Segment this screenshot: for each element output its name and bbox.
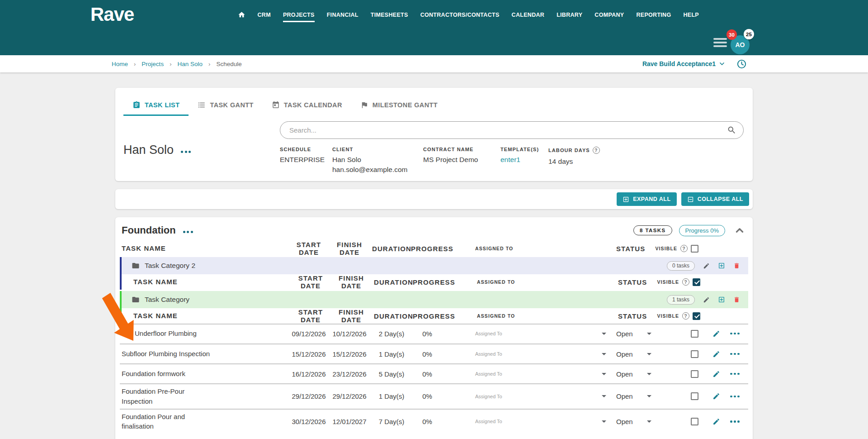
chevron-up-icon[interactable] (734, 224, 745, 236)
main-content: TASK LIST TASK GANTT TASK CALENDAR MILES… (115, 88, 753, 439)
tab-task-list[interactable]: TASK LIST (123, 95, 189, 116)
collapse-all-button[interactable]: COLLAPSE ALL (681, 192, 749, 206)
status-dropdown[interactable]: Open (614, 330, 660, 338)
more-options-icon[interactable] (730, 333, 740, 335)
task-finish-date: 15/12/2026 (327, 350, 372, 358)
breadcrumb-han-solo[interactable]: Han Solo (177, 61, 203, 67)
visible-checkbox[interactable] (691, 418, 698, 425)
status-dropdown[interactable]: Open (614, 418, 660, 425)
category-row[interactable]: Task Category 2 0 tasks (122, 257, 748, 274)
history-clock-icon[interactable] (736, 59, 747, 69)
workspace-selector[interactable]: Rave Build Acceptance1 (642, 60, 726, 67)
nav-item-financial[interactable]: FINANCIAL (327, 12, 359, 22)
chevron-down-icon (602, 373, 606, 375)
edit-icon[interactable] (712, 350, 720, 358)
task-row-subfloor-plumbing-inspection: Subfloor Plumbing Inspection 15/12/2026 … (120, 344, 748, 363)
col-progress: PROGRESS (413, 278, 445, 286)
col-duration: DURATION (374, 312, 413, 320)
project-title-block: Han Solo (123, 121, 280, 174)
visible-checkbox[interactable] (691, 392, 698, 400)
col-duration: DURATION (374, 278, 413, 286)
edit-icon[interactable] (712, 418, 720, 425)
nav-item-calendar[interactable]: CALENDAR (512, 12, 545, 22)
status-dropdown[interactable]: Open (614, 392, 660, 400)
more-options-icon[interactable] (183, 231, 193, 233)
col-finish-date: FINISH DATE (329, 308, 374, 324)
search-icon[interactable] (727, 125, 736, 137)
col-status: STATUS (616, 312, 661, 320)
home-icon[interactable] (238, 11, 245, 20)
category-row[interactable]: Task Category 1 tasks (122, 291, 748, 308)
more-options-icon[interactable] (730, 420, 740, 423)
nested-table-header-row: TASK NAME START DATE FINISH DATE DURATIO… (122, 308, 748, 324)
help-icon[interactable]: ? (593, 147, 600, 154)
project-summary: Han Solo SCHEDULE ENTERPRISE CLIENT (115, 116, 753, 174)
help-icon[interactable]: ? (682, 312, 689, 320)
visible-select-all-checkbox[interactable] (693, 312, 700, 320)
project-info-row: SCHEDULE ENTERPRISE CLIENT Han Solo han.… (280, 147, 744, 174)
edit-icon[interactable] (712, 370, 720, 378)
nav-item-contractors-contacts[interactable]: CONTRACTORS/CONTACTS (420, 12, 500, 22)
message-badge: 25 (744, 29, 754, 39)
nav-item-projects[interactable]: PROJECTS (283, 12, 315, 22)
brand-logo[interactable]: Rave (90, 4, 134, 25)
col-assigned-to: ASSIGNED TO (443, 246, 614, 251)
more-options-icon[interactable] (730, 353, 740, 355)
folder-icon (132, 296, 140, 304)
more-options-icon[interactable] (730, 396, 740, 398)
schedule-value: ENTERPRISE (280, 155, 332, 164)
client-name: Han Solo (332, 156, 361, 163)
templates-link[interactable]: enter1 (500, 155, 548, 164)
status-dropdown[interactable]: Open (614, 370, 660, 378)
assigned-to-placeholder: Assigned To (475, 371, 502, 377)
col-progress: PROGRESS (411, 245, 443, 253)
tab-milestone-gantt[interactable]: MILESTONE GANTT (351, 95, 447, 116)
menu-icon[interactable] (713, 38, 727, 49)
task-row-foundation-pour-and-finalisation: Foundation Pour and finalisation 30/12/2… (120, 409, 748, 434)
task-finish-date: 23/12/2026 (327, 370, 372, 378)
visible-checkbox[interactable] (691, 350, 698, 358)
help-icon[interactable]: ? (682, 278, 689, 286)
nav-item-library[interactable]: LIBRARY (557, 12, 582, 22)
assigned-to-dropdown[interactable]: Assigned To (443, 419, 614, 424)
status-dropdown[interactable]: Open (614, 350, 660, 358)
col-start-date: START DATE (291, 241, 327, 256)
edit-icon[interactable] (712, 330, 720, 338)
edit-icon[interactable] (712, 392, 720, 400)
info-schedule: SCHEDULE ENTERPRISE (280, 147, 332, 174)
visible-checkbox[interactable] (691, 370, 698, 378)
delete-icon[interactable] (733, 262, 740, 269)
nav-item-company[interactable]: COMPANY (594, 12, 624, 22)
breadcrumb-projects[interactable]: Projects (142, 61, 164, 67)
nav-item-crm[interactable]: CRM (258, 12, 271, 22)
status-value: Open (616, 350, 633, 358)
add-task-icon[interactable] (718, 296, 725, 303)
nav-item-reporting[interactable]: REPORTING (636, 12, 671, 22)
visible-checkbox[interactable] (691, 330, 698, 338)
more-options-icon[interactable] (730, 373, 740, 375)
edit-icon[interactable] (703, 262, 710, 269)
assigned-to-dropdown[interactable]: Assigned To (443, 331, 614, 336)
assigned-to-dropdown[interactable]: Assigned To (443, 351, 614, 357)
visible-select-all-checkbox[interactable] (693, 278, 700, 286)
add-task-icon[interactable] (718, 262, 725, 269)
tab-task-calendar[interactable]: TASK CALENDAR (263, 95, 351, 116)
col-start-date: START DATE (292, 308, 329, 324)
expand-all-button[interactable]: EXPAND ALL (617, 192, 676, 206)
nested-table-header-row: TASK NAME START DATE FINISH DATE DURATIO… (122, 274, 748, 290)
search-input[interactable] (280, 121, 744, 139)
nav-item-timesheets[interactable]: TIMESHEETS (371, 12, 408, 22)
nav-item-help[interactable]: HELP (683, 12, 699, 22)
breadcrumb-home[interactable]: Home (112, 61, 128, 67)
assigned-to-dropdown[interactable]: Assigned To (443, 394, 614, 399)
assigned-to-dropdown[interactable]: Assigned To (443, 371, 614, 377)
task-finish-date: 10/12/2026 (327, 330, 372, 338)
edit-icon[interactable] (703, 296, 710, 303)
info-contract: CONTRACT NAME MS Project Demo (423, 147, 500, 174)
tab-task-gantt[interactable]: TASK GANTT (189, 95, 262, 116)
user-avatar-wrap: AO 30 25 (731, 35, 750, 54)
visible-select-all-checkbox[interactable] (691, 245, 698, 253)
help-icon[interactable]: ? (680, 245, 688, 252)
more-options-icon[interactable] (181, 151, 191, 153)
delete-icon[interactable] (733, 296, 740, 303)
